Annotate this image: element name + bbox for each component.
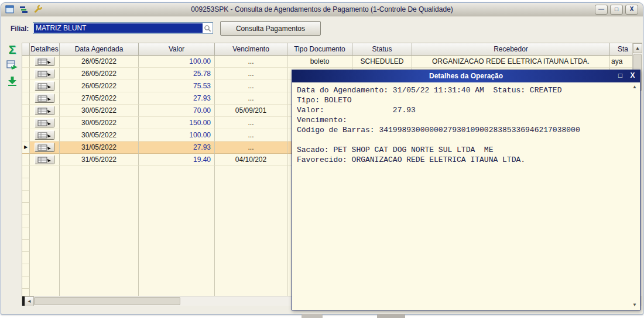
column-header-vencimento[interactable]: Vencimento <box>215 43 287 56</box>
cell-tipo-documento: boleto <box>287 56 352 68</box>
row-indicator <box>22 129 30 141</box>
details-cell <box>30 68 60 80</box>
details-button[interactable] <box>35 155 54 164</box>
popup-body: Data do Agendamento: 31/05/22 11:31:40 A… <box>293 82 639 309</box>
cell-valor: 100.00 <box>139 56 215 68</box>
close-button[interactable]: X <box>625 5 638 15</box>
minimize-button[interactable]: — <box>595 5 608 15</box>
details-cell <box>30 154 60 166</box>
form-icon <box>5 5 14 16</box>
row-indicator <box>22 154 30 166</box>
cell-data-agendada: 31/05/2022 <box>60 141 139 154</box>
details-button[interactable] <box>35 118 54 127</box>
row-indicator <box>22 240 30 252</box>
popup-text-line <box>297 135 626 145</box>
column-header-data-agendada[interactable]: Data Agendada <box>60 43 139 56</box>
row-indicator <box>22 56 30 68</box>
titlebar[interactable]: 009253SPK - Consulta de Agendamentos de … <box>1 3 643 16</box>
titlebar-icons <box>5 5 43 16</box>
toolbar: Filial: MATRIZ BLUNT Consulta Pagamentos <box>1 16 643 40</box>
row-indicator <box>22 264 30 276</box>
search-icon[interactable] <box>204 24 212 32</box>
filial-input[interactable]: MATRIZ BLUNT <box>33 22 213 34</box>
row-indicator <box>22 227 30 240</box>
popup-scroll-up-icon[interactable]: ▲ <box>632 84 637 89</box>
filial-label: Filial: <box>11 25 29 33</box>
row-indicator <box>22 68 30 80</box>
scroll-left-icon[interactable]: ◄ <box>25 296 34 306</box>
popup-scroll-down-icon[interactable]: ▼ <box>632 302 637 307</box>
row-indicator <box>22 80 30 92</box>
cell-valor: 25.78 <box>139 68 215 80</box>
details-cell <box>30 105 60 117</box>
details-cell <box>30 129 60 141</box>
details-button[interactable] <box>35 57 54 66</box>
export-grid-icon[interactable] <box>5 59 19 73</box>
row-indicator <box>22 215 30 227</box>
cell-data-agendada: 26/05/2022 <box>60 56 139 68</box>
horizontal-scrollbar-thumb[interactable] <box>34 297 180 305</box>
popup-titlebar[interactable]: Detalhes da Operação □ X <box>292 70 640 82</box>
popup-maximize-button[interactable]: □ <box>616 71 625 80</box>
row-indicator <box>22 105 30 117</box>
row-indicator <box>22 203 30 215</box>
column-header-detalhes[interactable]: Detalhes <box>30 43 60 56</box>
cell-valor: 27.93 <box>139 141 215 154</box>
row-indicator: ▶ <box>22 141 30 154</box>
column-header-valor[interactable]: Valor <box>139 43 215 56</box>
popup-title: Detalhes da Operação <box>429 72 503 80</box>
popup-text-line: Data do Agendamento: 31/05/22 11:31:40 A… <box>297 85 626 95</box>
scroll-up-icon[interactable]: ▲ <box>633 43 642 53</box>
background-window-fragment <box>302 314 323 318</box>
cell-valor: 100.00 <box>139 129 215 141</box>
table-row[interactable]: 26/05/2022100.00...boletoSCHEDULEDORGANI… <box>22 56 642 68</box>
window-title: 009253SPK - Consulta de Agendamentos de … <box>54 5 590 13</box>
download-arrow-icon[interactable] <box>5 75 19 89</box>
details-button[interactable] <box>35 143 54 152</box>
popup-text-line: Código de Barras: 3419989300000027930109… <box>297 125 626 135</box>
details-button[interactable] <box>35 81 54 91</box>
column-header-status[interactable]: Status <box>352 43 412 56</box>
cell-vencimento: ... <box>215 56 287 68</box>
cell-data-agendada: 30/05/2022 <box>60 117 139 129</box>
details-cell <box>30 141 60 154</box>
cell-data-agendada: 26/05/2022 <box>60 80 139 92</box>
cell-vencimento: 05/09/201 <box>215 105 287 117</box>
popup-text-line: Valor: 27.93 <box>297 105 626 115</box>
cell-valor: 70.00 <box>139 105 215 117</box>
details-button[interactable] <box>35 130 54 140</box>
cell-data-agendada: 30/05/2022 <box>60 105 139 117</box>
details-button[interactable] <box>35 69 54 78</box>
popup-text-line: Favorecido: ORGANIZACAO REDE ELETRICA IT… <box>297 155 626 165</box>
row-indicator-header <box>22 43 30 56</box>
row-indicator <box>22 178 30 191</box>
row-indicator <box>22 276 30 289</box>
popup-close-button[interactable]: X <box>628 71 637 80</box>
window-controls: — □ X <box>595 5 638 15</box>
popup-controls: □ X <box>616 71 637 80</box>
background-window-fragment <box>377 314 405 318</box>
cell-status: SCHEDULED <box>352 56 412 68</box>
cell-vencimento: ... <box>215 141 287 154</box>
details-button[interactable] <box>35 106 54 115</box>
cell-data-agendada: 27/05/2022 <box>60 92 139 105</box>
column-header-tipo-documento[interactable]: Tipo Documento <box>287 43 352 56</box>
details-cell <box>30 80 60 92</box>
column-header-sta[interactable]: Sta <box>610 43 635 56</box>
main-window: 009253SPK - Consulta de Agendamentos de … <box>1 2 643 314</box>
consulta-pagamentos-button[interactable]: Consulta Pagamentos <box>220 21 321 36</box>
sigma-totals-icon[interactable]: Σ <box>5 43 19 57</box>
row-indicator <box>22 117 30 129</box>
cell-vencimento: ... <box>215 92 287 105</box>
maximize-button[interactable]: □ <box>610 5 623 15</box>
row-indicator <box>22 289 30 296</box>
popup-text-line: Sacado: PET SHOP CAT DOG NORTE SUL LTDA … <box>297 145 626 155</box>
row-indicator <box>22 92 30 105</box>
column-header-recebedor[interactable]: Recebedor <box>412 43 610 56</box>
popup-content: Data do Agendamento: 31/05/22 11:31:40 A… <box>297 85 626 307</box>
row-indicator <box>22 191 30 203</box>
wrench-icon <box>33 5 43 16</box>
details-button[interactable] <box>35 94 54 103</box>
cell-vencimento: ... <box>215 80 287 92</box>
details-cell <box>30 92 60 105</box>
